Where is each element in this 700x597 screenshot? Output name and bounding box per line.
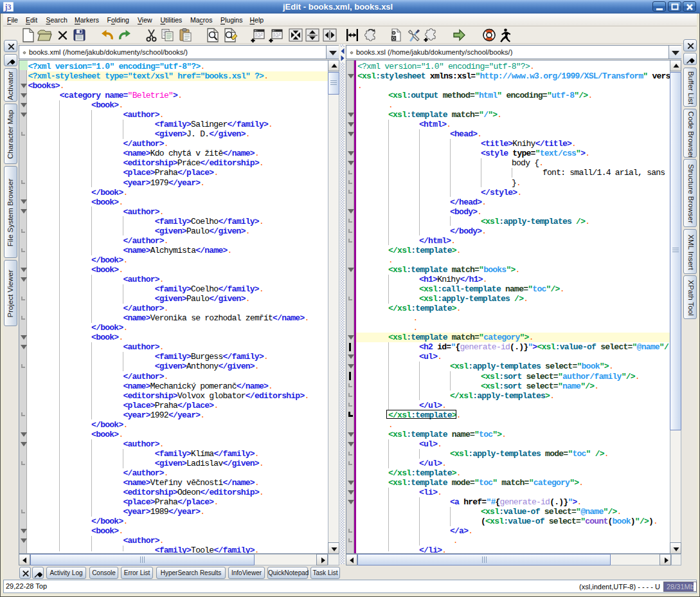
svg-text:j3: j3 [4,3,12,12]
